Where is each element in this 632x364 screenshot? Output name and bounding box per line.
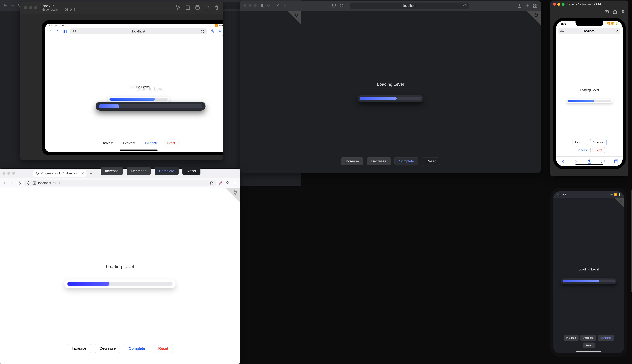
back-icon[interactable] — [560, 159, 565, 164]
chrome-window: localhost:3000 Loading Level Increase De… — [0, 0, 301, 186]
svg-point-7 — [340, 4, 343, 7]
plug-icon — [294, 12, 299, 18]
forward-icon[interactable] — [574, 159, 578, 164]
progress-fill — [360, 97, 397, 100]
complete-button[interactable]: Complete — [394, 157, 418, 165]
iphone-sim-titlebar: iPhone 12 Pro — iOS 14.5 — [550, 0, 628, 8]
svg-rect-11 — [536, 6, 537, 8]
increase-button[interactable]: Increase — [67, 344, 91, 353]
android-temp: 8 — [565, 193, 566, 196]
plug-icon — [232, 190, 238, 196]
plug-icon — [534, 13, 539, 18]
android-device-frame: 3:19 ⬥ 8 5G📶🔋 Loading Level Increase Dec… — [550, 188, 627, 357]
rotate-icon[interactable] — [195, 5, 200, 10]
home-indicator[interactable] — [576, 164, 603, 165]
home-icon[interactable] — [204, 5, 210, 10]
bookmarks-icon[interactable] — [600, 159, 605, 164]
loading-level-label: Loading Level — [578, 268, 599, 271]
svg-rect-10 — [534, 6, 535, 8]
iphone-notch — [576, 21, 603, 26]
sidebar-button[interactable] — [261, 4, 271, 8]
safari-url-field[interactable]: localhost — [350, 2, 469, 9]
new-tab-icon[interactable] — [525, 4, 530, 8]
share-icon[interactable] — [517, 4, 522, 8]
screenshot-icon[interactable] — [605, 10, 609, 14]
svg-rect-6 — [262, 4, 265, 7]
pointer-icon[interactable] — [176, 5, 181, 10]
dev-corner-badge — [282, 10, 301, 30]
decrease-button[interactable]: Decrease — [95, 344, 120, 353]
zoom-button[interactable] — [562, 3, 564, 6]
close-button[interactable] — [553, 3, 556, 6]
trash-icon[interactable] — [214, 5, 220, 10]
loading-level-label: Loading Level — [580, 88, 599, 92]
trash-icon[interactable] — [621, 10, 625, 14]
ipad-sim-title: iPad Air — [41, 4, 75, 8]
text-size-icon[interactable]: AA — [560, 30, 564, 32]
svg-rect-8 — [534, 4, 535, 6]
complete-button[interactable]: Complete — [154, 167, 178, 175]
decrease-button[interactable]: Decrease — [590, 139, 606, 145]
loading-level-label: Loading Level — [106, 264, 134, 269]
android-status-bar: 3:19 ⬥ 8 5G📶🔋 — [554, 191, 624, 198]
svg-point-13 — [606, 11, 608, 12]
safari-url-text: localhost — [403, 4, 416, 8]
progress-bar — [566, 99, 613, 103]
share-icon[interactable] — [587, 159, 592, 164]
reset-button[interactable]: Reset — [583, 342, 594, 348]
back-icon[interactable] — [3, 3, 7, 8]
complete-button[interactable]: Complete — [574, 147, 590, 153]
iphone-sim-title: iPhone 12 Pro — iOS 14.5 — [568, 2, 604, 6]
appearance-icon[interactable] — [339, 4, 344, 8]
progress-bar — [561, 278, 616, 284]
complete-button[interactable]: Complete — [124, 344, 150, 353]
iphone-simulator-window: iPhone 12 Pro — iOS 14.5 3:19📶📶🔋 AA loca… — [550, 0, 628, 176]
decrease-button[interactable]: Decrease — [367, 157, 391, 165]
svg-rect-9 — [536, 4, 537, 6]
loading-level-label: Loading Level — [136, 86, 165, 92]
screenshot-icon[interactable] — [185, 5, 190, 10]
home-indicator[interactable] — [576, 351, 602, 352]
decrease-button[interactable]: Decrease — [580, 335, 596, 341]
plug-icon — [620, 199, 623, 202]
svg-rect-12 — [605, 10, 608, 13]
increase-button[interactable]: Increase — [100, 167, 123, 175]
reset-button[interactable]: Reset — [592, 147, 605, 153]
decrease-button[interactable]: Decrease — [127, 167, 151, 175]
progress-bar — [358, 95, 423, 102]
progress-bar — [64, 280, 176, 288]
forward-icon[interactable] — [10, 3, 15, 8]
progress-fill — [98, 104, 119, 108]
dev-corner-badge — [522, 11, 541, 30]
svg-rect-0 — [186, 6, 190, 9]
reset-button[interactable]: Reset — [182, 167, 200, 175]
progress-bar — [96, 102, 206, 110]
safari-toolbar: localhost — [240, 0, 541, 11]
iphone-url-text: localhost — [584, 29, 596, 33]
reload-icon[interactable] — [462, 4, 467, 8]
tabs-icon[interactable] — [614, 159, 618, 164]
complete-button[interactable]: Complete — [598, 335, 614, 341]
increase-button[interactable]: Increase — [564, 335, 578, 341]
shield-icon[interactable] — [332, 4, 336, 8]
loading-level-label: Loading Level — [377, 82, 404, 87]
forward-icon[interactable] — [283, 4, 287, 8]
reset-button[interactable]: Reset — [154, 344, 173, 353]
back-icon[interactable] — [276, 4, 280, 8]
increase-button[interactable]: Increase — [572, 139, 588, 145]
android-emulator-toolbar: ✕ — [631, 189, 632, 292]
home-icon[interactable] — [613, 10, 617, 14]
reload-icon[interactable] — [616, 30, 618, 32]
iphone-url-field[interactable]: AA localhost — [558, 28, 620, 34]
progress-fill — [562, 280, 599, 282]
window-controls[interactable] — [244, 4, 256, 7]
reset-button[interactable]: Reset — [422, 157, 440, 165]
svg-rect-14 — [614, 160, 617, 163]
iphone-device-frame: 3:19📶📶🔋 AA localhost Loading Level Incre… — [553, 18, 626, 169]
progress-fill — [67, 282, 110, 286]
window-controls[interactable] — [24, 6, 37, 9]
dev-corner-badge — [221, 188, 240, 207]
tabs-icon[interactable] — [533, 4, 538, 8]
increase-button[interactable]: Increase — [341, 157, 363, 165]
minimize-button[interactable] — [558, 3, 560, 6]
